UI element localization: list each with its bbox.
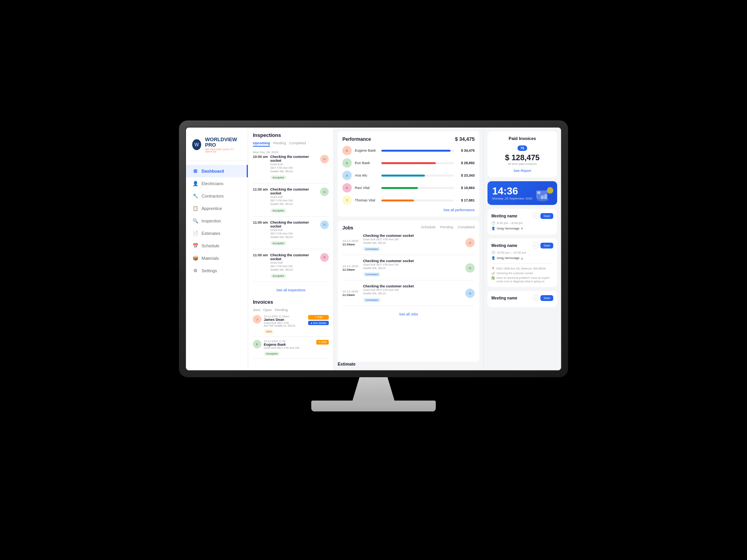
perf-value: $ 28,892 <box>457 161 475 165</box>
insp-addr: Grant Euff3827 47th Ave SWSeattle WA, 98… <box>270 195 318 206</box>
sidebar-item-settings[interactable]: ⚙ Settings <box>186 264 248 277</box>
perf-bar-wrap <box>381 162 454 164</box>
insp-time: 11:00 am <box>253 187 268 191</box>
meeting-start-button[interactable]: Start <box>540 295 553 301</box>
tab-pending[interactable]: Pending <box>275 308 288 312</box>
meeting-collapse-button[interactable]: − <box>533 213 539 219</box>
insp-title: Checking the customer socket <box>270 155 318 163</box>
job-avatar: G <box>465 263 475 273</box>
perf-name: Ravi Vital <box>355 186 378 190</box>
sidebar-item-contractors[interactable]: 🔧 Contractors <box>186 190 248 202</box>
estimate-label: Estimate <box>338 362 356 366</box>
see-all-performance[interactable]: See all performance <box>342 208 475 212</box>
inv-date: 10-12-2020 11:34am <box>264 315 306 318</box>
perf-row: A Ana Wu $ 23,343 <box>342 171 475 180</box>
performance-title: Performance <box>342 136 371 142</box>
view-details-button[interactable]: ● See details <box>308 321 329 325</box>
meeting-name-1: Meeting name <box>491 214 517 218</box>
perf-avatar: T <box>342 196 352 205</box>
inv-addr: Grant Euff 3827 47th Ave SW <box>264 346 314 349</box>
insp-status: Accepted <box>270 208 286 213</box>
job-addr: Grant Euff 3827 47th Ave SWSeattle WA, 9… <box>363 288 462 295</box>
job-date: 10-12-2020 <box>342 290 360 293</box>
insp-time: 11:00 am <box>253 220 268 224</box>
inspection-icon: 🔍 <box>192 218 198 224</box>
clock-icon: 🕐 <box>491 251 495 254</box>
perf-bar <box>381 200 414 201</box>
monitor-neck <box>350 377 397 401</box>
materials-icon: 📦 <box>192 255 198 261</box>
jobs-tabs: Schedule Pending Completed <box>421 225 475 231</box>
meeting-start-button[interactable]: Start <box>540 243 553 248</box>
perf-name: Eun Baek <box>355 161 378 165</box>
sidebar-item-schedule[interactable]: 📅 Schedule <box>186 240 248 252</box>
invoice-item: J 10-12-2020 11:34am James Dean Grant Eu… <box>253 315 329 337</box>
paid-invoices-card: Paid Invoices 75 $ 128,475 all time paid… <box>487 131 557 177</box>
job-date: 10-12-2020 <box>342 239 360 243</box>
insp-avatar: G <box>320 155 329 163</box>
sidebar-item-inspection[interactable]: 🔍 Inspection <box>186 215 248 227</box>
monitor-wrapper: W WORLDVIEW PRO WE PROVIDE QUALITY SERVI… <box>160 121 587 439</box>
estimates-icon: 📄 <box>192 230 198 236</box>
sidebar-item-apprentice[interactable]: 📋 Apprentice <box>186 202 248 215</box>
jobs-panel: Jobs Schedule Pending Completed 10-12-20… <box>338 220 479 362</box>
job-title: Checking the customer socket <box>363 284 462 288</box>
perf-bar-wrap <box>381 150 454 152</box>
insp-time: 11:00 am <box>253 253 268 257</box>
see-report-link[interactable]: See Report <box>492 169 552 173</box>
tab-upcoming[interactable]: Upcoming <box>253 141 270 147</box>
tab-pending[interactable]: Pending <box>273 141 286 147</box>
paid-label: all time paid invoices <box>492 162 552 166</box>
perf-avatar: E <box>342 158 352 168</box>
tab-completed[interactable]: Completed <box>289 141 306 147</box>
invoice-avatar: J <box>253 315 261 324</box>
nav-label-inspection: Inspection <box>202 219 221 223</box>
tab-sent[interactable]: Sent <box>253 308 260 312</box>
expand-icon[interactable]: ▾ <box>521 226 523 231</box>
meeting-card-1: Meeting name − Start 🕐 8:30 pm – 8:00 pm… <box>487 209 557 234</box>
job-item: 10-12-2020 11:34am Checking the customer… <box>342 259 475 280</box>
tab-open[interactable]: Open <box>263 308 272 312</box>
job-title: Checking the customer socket <box>363 234 462 238</box>
see-all-jobs[interactable]: See all Jobs <box>342 310 475 318</box>
perf-bar <box>381 162 436 164</box>
settings-icon: ⚙ <box>192 268 198 274</box>
meeting-collapse-button[interactable]: − <box>533 295 539 301</box>
expand-icon[interactable]: ▴ <box>521 256 523 260</box>
job-addr: Grant Euff 3827 47th Ave SWSeattle WA, 9… <box>363 238 462 245</box>
sidebar-item-materials[interactable]: 📦 Materials <box>186 252 248 264</box>
inv-status: Sent <box>264 329 274 334</box>
nav-label-estimates: Estimates <box>202 231 220 236</box>
inspection-item: 11:00 am Checking the customer socket Gr… <box>253 253 329 282</box>
edit-button[interactable]: ✏ Edit <box>308 315 329 320</box>
invoices-section: Invoices Sent Open Pending J 10-12-2020 … <box>253 299 329 359</box>
see-all-inspections[interactable]: See all inspections <box>253 286 329 294</box>
insp-addr: Grant Euff3827 47th Ave SWSeattle WA, 98… <box>270 163 318 173</box>
invoice-actions: ✏ Edit <box>316 340 329 345</box>
note-icon: 📝 <box>491 271 495 275</box>
tab-pending[interactable]: Pending <box>440 225 453 231</box>
nav-label-dashboard: Dashboard <box>202 169 224 173</box>
person-icon: 👤 <box>491 256 495 260</box>
clock-icon: 🕐 <box>491 221 495 225</box>
meeting-card-2: Meeting name − Start 🕐 10:00 pm – 10:30 … <box>487 238 557 287</box>
inv-addr: Grant Euff 3827 47thAve SW Seattle IA, 9… <box>264 322 306 327</box>
meeting-note: 📝 Checking the customer socket <box>491 271 553 275</box>
paid-invoices-title: Paid Invoices <box>492 136 552 141</box>
insp-title: Checking the customer socket <box>270 187 318 195</box>
monitor-bezel: W WORLDVIEW PRO WE PROVIDE QUALITY SERVI… <box>185 127 562 371</box>
meeting-collapse-button[interactable]: − <box>533 242 539 248</box>
insp-status: Accepted <box>270 241 286 245</box>
perf-row: E Eugene Baek $ 34,475 <box>342 146 475 155</box>
sidebar-item-electricians[interactable]: 👤 Electricians <box>186 177 248 190</box>
invoices-title: Invoices <box>253 299 329 305</box>
perf-name: Thomas Vital <box>355 198 378 202</box>
sidebar-item-estimates[interactable]: 📄 Estimates <box>186 227 248 240</box>
invoice-avatar: E <box>253 340 261 348</box>
apprentice-icon: 📋 <box>192 205 198 212</box>
meeting-start-button[interactable]: Start <box>540 213 553 219</box>
tab-schedule[interactable]: Schedule <box>421 225 436 231</box>
sidebar-item-dashboard[interactable]: ⊞ Dashboard <box>186 165 248 177</box>
edit-button[interactable]: ✏ Edit <box>316 340 329 345</box>
tab-completed[interactable]: Completed <box>458 225 475 231</box>
